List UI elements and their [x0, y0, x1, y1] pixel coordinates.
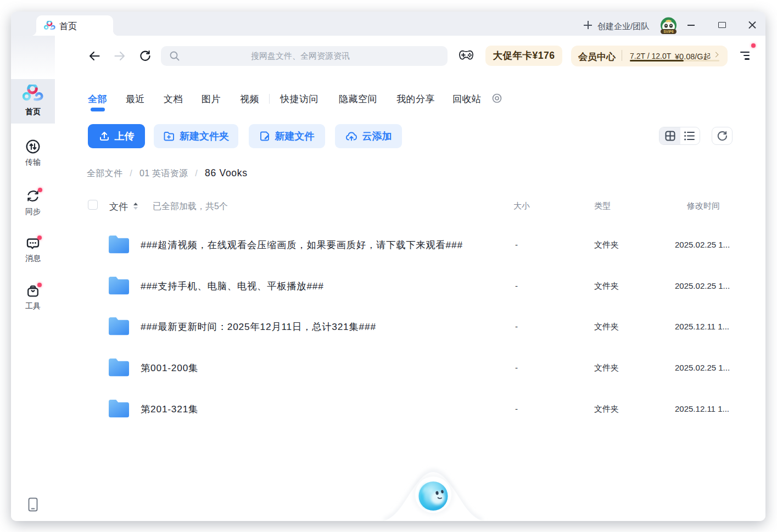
svg-text:SVIP6: SVIP6 — [663, 30, 674, 33]
